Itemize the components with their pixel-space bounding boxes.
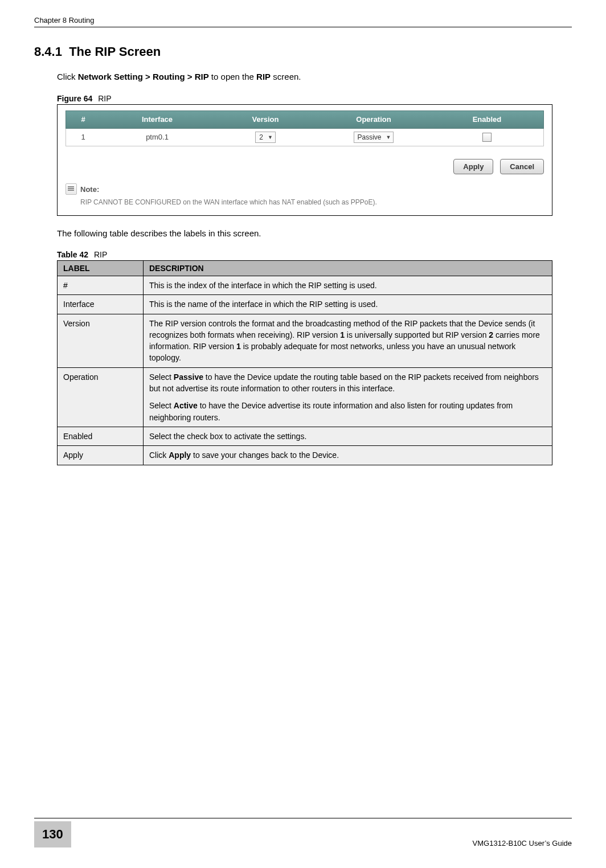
bold-span: Apply [169, 451, 191, 460]
table-row: Operation Select Passive to have the Dev… [58, 367, 552, 427]
text-span: to save your changes back to the Device. [191, 451, 339, 460]
intro-text: Click [57, 72, 78, 81]
text-span: to have the Device update the routing ta… [149, 372, 539, 393]
table-title: RIP [94, 250, 107, 259]
th-label: LABEL [58, 261, 144, 276]
cell-desc: Select Passive to have the Device update… [144, 367, 552, 427]
intro-screen-name: RIP [256, 72, 271, 81]
col-header-enabled: Enabled [431, 115, 543, 124]
chapter-label: Chapter 8 Routing [34, 16, 95, 24]
text-span: is universally supported but RIP version [345, 330, 489, 339]
table-row: # This is the index of the interface in … [58, 276, 552, 295]
figure-title: RIP [98, 94, 111, 103]
text-span: Select [149, 372, 174, 382]
version-value: 2 [259, 133, 263, 141]
text-span: Select [149, 401, 174, 410]
bold-span: Passive [174, 372, 203, 382]
running-header: Chapter 8 Routing [34, 16, 572, 27]
version-select[interactable]: 2 ▼ [255, 132, 276, 143]
rip-table-header: # Interface Version Operation Enabled [65, 110, 544, 129]
intro-paragraph: Click Network Setting > Routing > RIP to… [57, 71, 572, 84]
cell-label: Interface [58, 295, 144, 314]
note-label: Note: [80, 185, 99, 193]
page-content: 8.4.1 The RIP Screen Click Network Setti… [34, 44, 572, 465]
section-number: 8.4.1 [34, 44, 62, 59]
post-figure-text: The following table describes the labels… [57, 227, 572, 240]
intro-text-2: to open the [209, 72, 256, 81]
row-enabled-cell [431, 132, 543, 142]
table-row: Enabled Select the check box to activate… [58, 427, 552, 445]
intro-text-3: screen. [271, 72, 301, 81]
text-span: Click [149, 451, 169, 460]
bold-span: 1 [340, 330, 345, 339]
cell-label: Operation [58, 367, 144, 427]
cell-label: Version [58, 314, 144, 367]
cell-desc: Click Apply to save your changes back to… [144, 446, 552, 465]
section-title: The RIP Screen [69, 44, 161, 59]
table-row: Apply Click Apply to save your changes b… [58, 446, 552, 465]
col-header-interface: Interface [100, 115, 214, 124]
operation-select[interactable]: Passive ▼ [354, 132, 394, 143]
apply-button[interactable]: Apply [453, 159, 493, 174]
row-interface: ptm0.1 [100, 133, 214, 141]
cell-label: Apply [58, 446, 144, 465]
note-icon [65, 183, 77, 195]
table-header-row: LABEL DESCRIPTION [58, 261, 552, 276]
col-header-operation: Operation [317, 115, 431, 124]
th-description: DESCRIPTION [144, 261, 552, 276]
table-number: Table 42 [57, 250, 88, 259]
figure-screenshot: # Interface Version Operation Enabled 1 … [57, 104, 552, 216]
operation-value: Passive [358, 133, 382, 141]
chevron-down-icon: ▼ [268, 134, 273, 140]
intro-path: Network Setting > Routing > RIP [78, 72, 209, 81]
enabled-checkbox[interactable] [482, 133, 492, 142]
section-heading: 8.4.1 The RIP Screen [34, 44, 572, 59]
text-span: to have the Device advertise its route i… [149, 401, 513, 421]
page-number: 130 [34, 821, 71, 847]
cell-desc: This is the name of the interface in whi… [144, 295, 552, 314]
bold-span: Active [174, 401, 198, 410]
description-table: LABEL DESCRIPTION # This is the index of… [57, 260, 552, 465]
cell-desc: Select the check box to activate the set… [144, 427, 552, 445]
cell-label: # [58, 276, 144, 295]
row-index: 1 [66, 133, 100, 141]
table-caption: Table 42RIP [57, 250, 572, 259]
table-row: Version The RIP version controls the for… [58, 314, 552, 367]
cancel-button[interactable]: Cancel [500, 159, 544, 174]
note-text: RIP CANNOT BE CONFIGURED on the WAN inte… [80, 198, 544, 206]
figure-caption: Figure 64RIP [57, 94, 572, 103]
cell-desc: This is the index of the interface in wh… [144, 276, 552, 295]
row-version-cell: 2 ▼ [214, 132, 317, 143]
figure-number: Figure 64 [57, 94, 92, 103]
chevron-down-icon: ▼ [386, 134, 391, 140]
col-header-version: Version [214, 115, 317, 124]
bold-span: 2 [489, 330, 493, 339]
col-header-hash: # [66, 115, 100, 124]
footer-guide: VMG1312-B10C User’s Guide [473, 839, 572, 847]
note-block: Note: RIP CANNOT BE CONFIGURED on the WA… [65, 183, 544, 206]
page-footer: 130 VMG1312-B10C User’s Guide [34, 818, 572, 847]
row-operation-cell: Passive ▼ [317, 132, 431, 143]
cell-label: Enabled [58, 427, 144, 445]
cell-desc: The RIP version controls the format and … [144, 314, 552, 367]
table-row: Interface This is the name of the interf… [58, 295, 552, 314]
bold-span: 1 [236, 342, 241, 351]
rip-table-row: 1 ptm0.1 2 ▼ Passive ▼ [65, 129, 544, 146]
button-row: Apply Cancel [65, 159, 544, 174]
